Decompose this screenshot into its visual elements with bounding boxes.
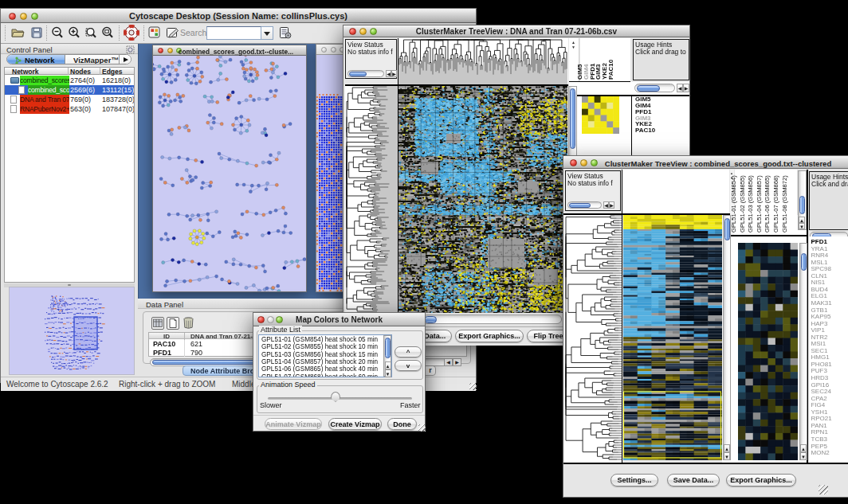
treeview2-titlebar[interactable]: ClusterMaker TreeView : combined_scores_… [563,156,848,169]
main-resize-grip[interactable] [469,383,477,390]
scroll-left-button[interactable]: ◀ [603,201,609,209]
scroll-left-button[interactable]: ◀ [677,84,683,92]
annotation-icon[interactable] [166,26,179,40]
network-table-row[interactable]: DNA and Tran 07769(0)183728(0) [5,95,135,104]
minimize-button[interactable] [331,47,336,53]
network-table-row[interactable]: combined_scores_2764(0)16218(0) [5,76,135,85]
tv1-hscrollbar[interactable] [422,315,562,324]
scroll-up-button[interactable]: ▲ [800,444,807,452]
scroll-right-button[interactable]: ▶ [391,70,397,77]
tv1-heatmap[interactable] [398,86,567,313]
save-data-button[interactable]: Save Data... [667,474,720,486]
tv2-resize-grip[interactable] [819,485,828,494]
new-attribute-icon[interactable] [166,316,180,330]
scroll-up-button[interactable]: ▲ [799,217,805,223]
close-button[interactable] [321,47,327,53]
tv1-correlation-matrix[interactable] [582,96,619,134]
animate-vizmap-button[interactable]: Animate Vizmap [265,418,322,430]
float-panel-icon[interactable] [126,45,135,54]
attribute-browser-icon[interactable] [278,25,292,40]
network-view-1[interactable] [153,56,306,291]
create-vizmap-button[interactable]: Create Vizmap [328,418,382,430]
open-session-icon[interactable] [10,25,25,40]
tv1-hints-scrollbar[interactable] [634,84,675,92]
search-dropdown-button[interactable] [261,26,273,40]
save-session-icon[interactable] [29,25,44,40]
tv1-column-dendrogram[interactable] [398,38,568,84]
scroll-up-button[interactable]: ▲ [385,361,391,369]
tv2-status-scrollbar-thumb[interactable] [569,203,591,209]
tv1-hscrollbar-thumb[interactable] [424,316,437,323]
tv2-vscrollbar-thumb[interactable] [724,218,730,240]
tv1-status-scrollbar[interactable] [347,70,384,77]
network-table-row[interactable]: combined_sco2569(6)13112(15) [5,85,135,95]
scroll-up-button[interactable]: ▲ [724,444,730,452]
zoom-fit-icon[interactable] [100,25,115,40]
tab-fragment[interactable]: r [425,365,436,376]
scroll-right-button[interactable]: ▶ [609,201,614,209]
network-name: DNA and Tran 07 [20,95,69,104]
tv2-summary-heatmap[interactable] [738,243,798,460]
attribute-list-item[interactable]: GPL51-01 (GSM854) heat shock 05 min [261,336,378,343]
scroll-down-button[interactable]: ▼ [724,452,730,460]
network-table-header[interactable]: Network Nodes Edges [5,68,135,75]
attribute-list-scrollbar-thumb[interactable] [385,338,391,358]
tv2-status-scrollbar[interactable] [567,201,602,209]
attribute-list-item[interactable]: GPL51-07 (GSM868) heat shock 60 min [261,373,378,378]
attribute-list-item[interactable]: GPL51-03 (GSM856) heat shock 15 min [261,351,378,358]
attribute-list-item[interactable]: GPL51-06 (GSM865) heat shock 40 min [261,365,378,373]
close-button[interactable] [570,159,577,166]
scroll-right-button[interactable]: ▶ [453,358,461,366]
move-down-button[interactable]: v [395,360,422,371]
network-overview-panel[interactable] [9,287,135,375]
done-button[interactable]: Done [387,418,417,430]
tv2-vscrollbar[interactable]: ▲ ▼ [723,215,731,460]
zoom-out-icon[interactable] [50,25,65,40]
treeview2-window: ClusterMaker TreeView : combined_scores_… [563,155,848,498]
treeview1-titlebar[interactable]: ClusterMaker TreeView : DNA and Tran 07-… [344,25,689,37]
settings-button[interactable]: Settings... [610,474,658,486]
scroll-down-button[interactable]: ▼ [800,452,807,460]
attribute-list-scrollbar[interactable]: ▲ ▼ [383,335,391,377]
export-graphics-button[interactable]: Export Graphics... [726,474,796,486]
scroll-left-button[interactable]: ◀ [386,70,391,77]
scroll-left-button[interactable]: ◀ [444,358,453,366]
tv1-hints-scrollbar-thumb[interactable] [637,85,660,92]
dialog-resize-grip[interactable] [418,424,426,432]
tv1-status-scrollbar-thumb[interactable] [349,72,367,77]
network-window1-titlebar[interactable]: combined_scores_good.txt--cluste... [153,45,306,56]
attribute-list-item[interactable]: GPL51-02 (GSM855) heat shock 10 min [261,343,378,350]
scroll-down-button[interactable]: ▼ [385,369,391,377]
tv2-heatmap[interactable] [623,215,722,460]
tab-overflow-button[interactable] [120,55,132,64]
tv2-collabel-vscrollbar[interactable]: ▲ ▼ [798,170,807,230]
tab-network[interactable]: Network [7,55,65,64]
tv1-row-dendrogram[interactable] [345,86,398,313]
vizmapper-grid-icon[interactable] [148,26,161,39]
tab-vizmapper[interactable]: VizMapper™ [66,55,120,64]
control-panel: Network VizMapper™ Network Nodes Edges [1,54,138,377]
tv2-collabel-vscrollbar-thumb[interactable] [799,196,806,214]
dialog-titlebar[interactable]: Map Colors to Network [253,313,425,326]
search-input[interactable] [206,26,261,40]
close-button[interactable] [158,48,163,53]
attribute-listbox[interactable]: GPL51-01 (GSM854) heat shock 05 minGPL51… [258,334,392,377]
network-edges: 107847(0) [102,104,135,114]
scroll-down-button[interactable]: ▼ [799,223,805,229]
move-up-button[interactable]: ^ [395,346,422,357]
zoom-in-icon[interactable] [67,25,81,40]
main-window-title: Cytoscape Desktop (Session Name: collins… [1,11,476,21]
attribute-list-item[interactable]: GPL51-04 (GSM857) heat shock 20 min [261,358,378,365]
delete-attribute-icon[interactable] [181,315,196,330]
export-graphics-button[interactable]: Export Graphics... [455,330,524,342]
zoom-selected-icon[interactable] [84,25,98,40]
attribute-select-icon[interactable] [151,316,165,330]
help-lifesaver-icon[interactable] [124,25,139,41]
tv2-summary-vscrollbar[interactable]: ▲ ▼ [799,243,807,460]
tv2-summary-vscrollbar-thumb[interactable] [801,253,807,271]
tv2-row-dendrogram[interactable] [564,215,622,463]
network-table-row[interactable]: RNAPuberNov2+!563(0)107847(0) [5,104,135,114]
tv1-vscrollbar-thumb[interactable] [570,88,576,149]
scroll-right-button[interactable]: ▶ [683,84,689,92]
main-titlebar[interactable]: Cytoscape Desktop (Session Name: collins… [1,9,476,23]
